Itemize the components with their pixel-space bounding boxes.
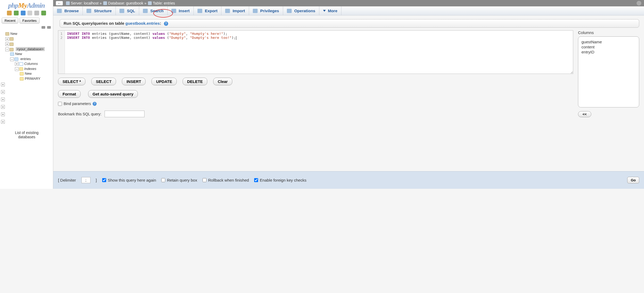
collapse-toggle[interactable]: − [5,48,9,51]
help-icon[interactable]: ? [164,22,168,26]
select-button[interactable]: SELECT [91,78,116,85]
tab-search[interactable]: Search [139,6,168,15]
tree-primary[interactable]: PRIMARY [25,77,40,81]
expand-toggle[interactable]: + [1,83,5,86]
db-icon [10,43,14,46]
favorites-tab[interactable]: Favorites [19,18,39,24]
breadcrumb: ← Server: localhost » Database: guestboo… [53,0,644,6]
fk-label: Enable foreign key checks [260,178,306,182]
format-button[interactable]: Format [58,90,81,98]
expand-toggle[interactable]: + [1,105,5,109]
breadcrumb-sep: » [144,1,146,5]
existing-dbs-note: List of existing databases [1,127,53,139]
expand-toggle[interactable]: + [15,62,19,66]
expand-toggle[interactable]: + [5,37,9,41]
insert-column-button[interactable]: << [578,111,591,117]
home-icon[interactable] [7,11,12,15]
tab-operations[interactable]: Operations [283,6,319,15]
tree-new[interactable]: New [10,32,17,36]
expand-toggle[interactable]: + [1,112,5,116]
text-cursor [236,36,236,40]
bc-server[interactable]: localhost [84,1,98,5]
tab-privileges[interactable]: Privileges [249,6,283,15]
tab-structure[interactable]: Structure [83,6,116,15]
operations-icon [287,9,292,13]
bc-db-label: Database: [108,1,125,5]
rollback-checkbox[interactable] [203,178,207,182]
page-settings-icon[interactable] [637,1,641,6]
structure-icon [86,9,91,13]
help-icon[interactable]: ? [93,102,97,106]
tab-more[interactable]: More [319,6,341,15]
breadcrumb-sep: » [100,1,102,5]
sql-code[interactable]: INSERT INTO entries (guestName, content)… [65,31,238,74]
get-autosaved-button[interactable]: Get auto-saved query [88,90,138,98]
bc-server-label: Server: [71,1,83,5]
go-button[interactable]: Go [627,177,639,183]
tab-browse[interactable]: Browse [53,6,83,15]
delete-button[interactable]: DELETE [183,78,207,85]
bc-table[interactable]: entries [164,1,175,5]
select-all-button[interactable]: SELECT * [58,78,85,85]
db-icon [10,48,14,51]
chevron-down-icon [323,10,326,12]
bookmark-input[interactable] [105,111,145,117]
insert-icon [171,9,176,13]
recent-tab[interactable]: Recent [2,18,18,24]
indexes-icon [19,67,23,71]
settings-icon[interactable] [34,11,39,15]
column-item[interactable]: entryID [581,49,636,55]
fk-checkbox[interactable] [254,178,258,182]
tab-import[interactable]: Import [221,6,249,15]
line-gutter: 12 [58,31,65,74]
privileges-icon [253,9,258,13]
query-window-icon[interactable] [27,11,32,15]
bottom-options-bar: [ Delimiter ] Show this query here again… [53,171,644,189]
top-tabs: Browse Structure SQL Search Insert Expor… [53,6,644,15]
logout-icon[interactable] [14,11,19,15]
expand-toggle[interactable]: + [1,98,5,101]
index-new-icon [20,72,24,76]
phpmyadmin-logo[interactable]: phpMyAdmin [0,0,53,10]
collapse-toggle[interactable]: − [10,57,14,61]
reload-icon[interactable] [41,11,46,15]
column-item[interactable]: guestName [581,39,636,44]
tab-sql[interactable]: SQL [116,6,139,15]
tree-columns[interactable]: Columns [24,62,38,66]
update-button[interactable]: UPDATE [151,78,177,85]
sql-icon [119,9,124,13]
db-tree: New + + − <your_database> New − entries [0,30,53,139]
tab-insert[interactable]: Insert [168,6,194,15]
columns-header: Columns [578,30,639,35]
tree-indexes[interactable]: Indexes [24,67,36,71]
back-arrow-icon[interactable]: ← [56,1,63,5]
tree-your-database[interactable]: <your_database> [16,47,45,51]
tab-export[interactable]: Export [194,6,222,15]
tree-entries[interactable]: entries [20,57,31,61]
columns-list[interactable]: guestName content entryID [578,36,639,107]
help-icon[interactable] [21,11,26,15]
expand-toggle[interactable]: + [1,90,5,94]
bind-params-checkbox[interactable] [58,102,62,106]
bookmark-label: Bookmark this SQL query: [58,112,101,116]
run-query-legend: Run SQL query/queries on table guestbook… [60,19,639,28]
collapse-toggle[interactable]: − [15,67,19,71]
link-icon[interactable] [47,26,51,29]
table-link[interactable]: guestbook.entries [125,21,160,26]
column-item[interactable]: content [581,44,636,49]
export-icon [197,9,202,13]
clear-button[interactable]: Clear [213,78,232,85]
tree-index-new[interactable]: New [25,72,32,76]
bc-db[interactable]: guestbook [126,1,143,5]
tree-db-new[interactable]: New [15,52,22,56]
collapse-all-icon[interactable] [42,26,45,29]
retain-checkbox[interactable] [161,178,165,182]
expand-toggle[interactable]: + [5,42,9,46]
sql-editor[interactable]: 12 INSERT INTO entries (guestName, conte… [58,30,573,74]
insert-button[interactable]: INSERT [122,78,146,85]
db-icon [10,37,14,41]
expand-toggle[interactable]: + [1,120,5,124]
delimiter-input[interactable] [81,177,90,183]
bind-params-label: Bind parameters [64,102,91,106]
show-again-checkbox[interactable] [102,178,106,182]
